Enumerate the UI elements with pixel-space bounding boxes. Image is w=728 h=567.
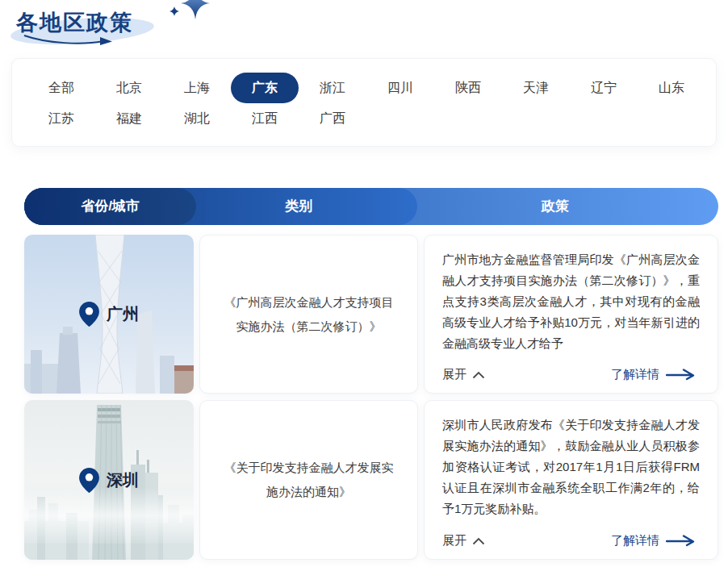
policy-footer: 展开 了解详情 [442,367,700,382]
collapse-button[interactable]: 展开 [442,533,485,548]
table-row: 深圳 《关于印发支持金融人才发展实施办法的通知》 深圳市人民政府发布《关于印发支… [24,400,718,560]
tab-hubei[interactable]: 湖北 [163,103,231,134]
city-pin-label: 广州 [24,235,194,394]
tab-shanghai[interactable]: 上海 [163,73,231,103]
header-policy-column: 政策 [417,188,693,225]
tab-guangxi[interactable]: 广西 [299,103,366,134]
detail-link[interactable]: 了解详情 [611,533,700,548]
region-filter-card: 全部 北京 上海 广东 浙江 四川 陕西 天津 辽宁 山东 江苏 福建 湖北 江… [11,58,717,147]
page-title: 各地区政策 [16,5,339,37]
header-category-column: 类别 [196,188,401,225]
tab-beijing[interactable]: 北京 [95,73,163,103]
page-header: 各地区政策 [16,5,339,47]
category-cell: 《关于印发支持金融人才发展实施办法的通知》 [199,400,418,560]
city-name: 广州 [107,303,139,325]
table-header: 省份/城市 类别 政策 [24,188,718,225]
shenzhen-city-photo: 深圳 [24,400,194,560]
table-row: 广州 《广州高层次金融人才支持项目实施办法（第二次修订）》 广州市地方金融监督管… [24,235,718,394]
tab-guangdong[interactable]: 广东 [231,73,299,103]
policy-cell: 广州市地方金融监督管理局印发《广州高层次金融人才支持项目实施办法（第二次修订）》… [424,235,718,394]
policy-text: 广州市地方金融监督管理局印发《广州高层次金融人才支持项目实施办法（第二次修订）》… [442,249,700,354]
header-city-column: 省份/城市 [24,188,196,225]
map-pin-icon [79,468,99,493]
detail-label: 了解详情 [611,367,659,382]
tab-jiangxi[interactable]: 江西 [231,103,299,134]
tab-tianjin[interactable]: 天津 [502,73,570,103]
arrow-right-icon [666,369,700,381]
policy-cell: 深圳市人民政府发布《关于印发支持金融人才发展实施办法的通知》，鼓励金融从业人员积… [424,400,718,560]
tab-fujian[interactable]: 福建 [95,103,163,134]
map-pin-icon [79,302,99,327]
city-pin-label: 深圳 [24,400,194,560]
tab-jiangsu[interactable]: 江苏 [27,103,95,134]
chevron-up-icon [472,371,485,379]
collapse-button[interactable]: 展开 [442,367,485,382]
collapse-label: 展开 [442,533,467,548]
region-tabs: 全部 北京 上海 广东 浙江 四川 陕西 天津 辽宁 山东 江苏 福建 湖北 江… [27,73,716,134]
tab-shandong[interactable]: 山东 [638,73,705,103]
tab-liaoning[interactable]: 辽宁 [570,73,638,103]
detail-label: 了解详情 [611,533,659,548]
city-name: 深圳 [107,469,139,491]
title-underline-arrow-icon [18,34,123,48]
detail-link[interactable]: 了解详情 [611,367,700,382]
guangzhou-city-photo: 广州 [24,235,194,394]
tab-all[interactable]: 全部 [27,73,95,103]
policy-table: 省份/城市 类别 政策 [24,188,718,560]
arrow-right-icon [666,535,700,547]
chevron-up-icon [472,537,485,545]
policy-footer: 展开 了解详情 [442,533,700,548]
collapse-label: 展开 [442,367,467,382]
tab-sichuan[interactable]: 四川 [366,73,434,103]
tab-shaanxi[interactable]: 陕西 [434,73,502,103]
policy-text: 深圳市人民政府发布《关于印发支持金融人才发展实施办法的通知》，鼓励金融从业人员积… [442,415,700,519]
tab-zhejiang[interactable]: 浙江 [299,73,366,103]
category-cell: 《广州高层次金融人才支持项目实施办法（第二次修订）》 [199,235,418,394]
